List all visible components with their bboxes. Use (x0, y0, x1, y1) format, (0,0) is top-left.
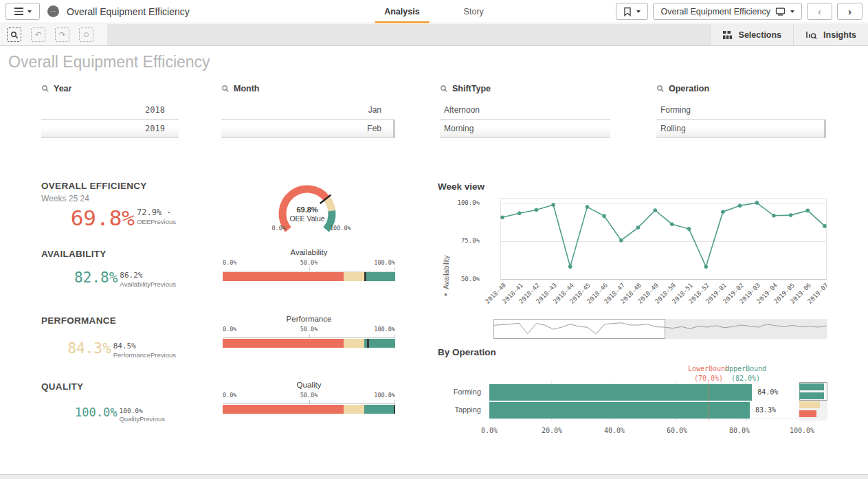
bullet-bar[interactable] (223, 272, 395, 281)
filter-values: Forming Rolling (656, 101, 826, 138)
filter-value[interactable]: 2019 (41, 120, 179, 138)
data-point[interactable] (535, 208, 539, 212)
chevron-down-icon (790, 10, 794, 13)
kpi-heading-availability: AVAILABILITY (41, 249, 107, 259)
by-operation-minimap[interactable] (799, 382, 827, 421)
axis-tick-label: 50.0% (300, 392, 318, 399)
chevron-down-icon (636, 10, 641, 13)
scrollbar-thumb[interactable] (393, 120, 395, 137)
filter-value[interactable]: Rolling (656, 120, 826, 138)
bar-tapping[interactable] (489, 402, 750, 419)
next-sheet-button[interactable]: › (837, 3, 863, 20)
filter-label: Operation (669, 84, 709, 93)
step-back-icon[interactable]: ↶ (31, 27, 45, 42)
filter-value[interactable]: Afternoon (440, 101, 610, 120)
x-axis-tick-label: 80.0% (729, 427, 750, 434)
data-point[interactable] (670, 222, 674, 226)
selections-label: Selections (739, 30, 782, 40)
data-point[interactable] (636, 225, 641, 230)
bar-category-label[interactable]: Tapping (454, 405, 481, 414)
bottom-scrollbar-strip[interactable] (0, 474, 868, 479)
bullet-chart-availability[interactable]: Availability 0.0% 50.0% 100.0% (223, 248, 395, 281)
clear-selections-icon[interactable] (79, 27, 93, 42)
insights-button[interactable]: Insights (793, 24, 868, 45)
kpi-performance[interactable]: 84.3% 84.5% PerformancePrevious (41, 342, 176, 359)
data-point[interactable] (619, 238, 623, 243)
bullet-segment (344, 339, 364, 348)
bullet-bar[interactable] (223, 339, 395, 348)
x-axis: 2018-402018-412018-422018-432018-442018-… (500, 282, 827, 318)
kpi-previous-label: QualityPrevious (119, 415, 165, 423)
step-forward-icon[interactable]: ↷ (55, 27, 69, 42)
app-logo-icon: ⋯ (47, 5, 59, 17)
week-view-line-chart[interactable] (500, 198, 827, 280)
kpi-overall-efficiency[interactable]: 69.8% 72.9% OEEPrevious (41, 208, 176, 229)
tab-analysis[interactable]: Analysis (380, 0, 423, 23)
bullet-title: Availability (223, 248, 395, 259)
data-point[interactable] (823, 224, 827, 228)
bullet-title: Quality (223, 381, 395, 392)
data-point[interactable] (721, 210, 725, 214)
filter-header[interactable]: Year (41, 82, 179, 95)
minimap-bar (799, 392, 824, 399)
week-view-minimap[interactable] (493, 319, 827, 339)
kpi-quality[interactable]: 100.0% 100.0% QualityPrevious (41, 407, 165, 423)
kpi-previous-block: 86.2% AvailabilityPrevious (120, 271, 176, 289)
bullet-bar[interactable] (223, 405, 395, 414)
gauge-max-label: 100.0% (330, 225, 351, 232)
data-point[interactable] (586, 205, 590, 209)
bullet-axis-labels: 0.0% 50.0% 100.0% (223, 392, 395, 400)
by-operation-bar-chart[interactable]: 84.0%83.3% (489, 383, 802, 419)
filter-year: Year 2018 2019 (41, 82, 179, 138)
filter-value[interactable]: 2018 (41, 101, 179, 120)
bullet-chart-performance[interactable]: Performance 0.0% 50.0% 100.0% (223, 315, 395, 348)
filter-header[interactable]: ShiftType (440, 82, 610, 95)
kpi-previous-label: OEEPrevious (137, 218, 176, 226)
data-point[interactable] (551, 203, 555, 207)
data-point[interactable] (738, 204, 742, 208)
data-point[interactable] (789, 213, 793, 217)
axis-tick-label: 100.0% (374, 326, 395, 333)
selections-toolbar: ↶ ↷ Selections Insights (0, 24, 868, 46)
plot-border (501, 199, 827, 280)
bar-value-label: 83.3% (755, 406, 776, 414)
bullet-segment (223, 339, 344, 348)
filter-value[interactable]: Forming (656, 101, 826, 120)
filter-values: 2018 2019 (41, 101, 179, 138)
kpi-heading-quality: QUALITY (41, 381, 83, 392)
bookmarks-button[interactable] (616, 3, 648, 20)
sheet-selector-button[interactable]: Overall Equipment Efficiency (653, 3, 802, 20)
filter-value[interactable]: Morning (440, 120, 610, 138)
data-point[interactable] (602, 214, 606, 219)
search-icon (656, 85, 665, 93)
data-point[interactable] (806, 209, 810, 213)
filter-header[interactable]: Operation (656, 82, 826, 95)
bar-value-label: 84.0% (757, 388, 778, 396)
line-series (502, 203, 825, 267)
previous-sheet-button[interactable]: ‹ (807, 3, 832, 20)
bar-forming[interactable] (489, 384, 752, 401)
smart-search-icon[interactable] (7, 27, 21, 42)
kpi-subtitle-weeks: Weeks 25 24 (41, 194, 89, 203)
insights-icon (805, 30, 817, 40)
data-point[interactable] (772, 214, 776, 218)
selections-button[interactable]: Selections (710, 24, 794, 45)
y-axis: 100.0%75.0%50.0% (445, 198, 481, 280)
filter-value[interactable]: Jan (221, 101, 395, 120)
data-point[interactable] (687, 227, 691, 231)
data-point[interactable] (500, 215, 504, 219)
kpi-availability[interactable]: 82.8% 86.2% AvailabilityPrevious (41, 271, 176, 289)
bar-category-label[interactable]: Forming (454, 388, 481, 396)
data-point[interactable] (518, 211, 522, 215)
filter-header[interactable]: Month (221, 82, 395, 95)
data-point[interactable] (755, 201, 759, 205)
bullet-chart-quality[interactable]: Quality 0.0% 50.0% 100.0% (223, 381, 395, 414)
global-menu-button[interactable] (5, 3, 40, 20)
scrollbar-thumb[interactable] (824, 120, 826, 137)
tab-story[interactable]: Story (460, 0, 488, 23)
data-point[interactable] (653, 208, 657, 212)
filter-value[interactable]: Feb (221, 120, 395, 138)
data-point[interactable] (568, 265, 572, 269)
data-point[interactable] (704, 265, 708, 269)
oee-gauge-chart[interactable]: 69.8%OEE Value0.0%100.0% (271, 182, 402, 241)
